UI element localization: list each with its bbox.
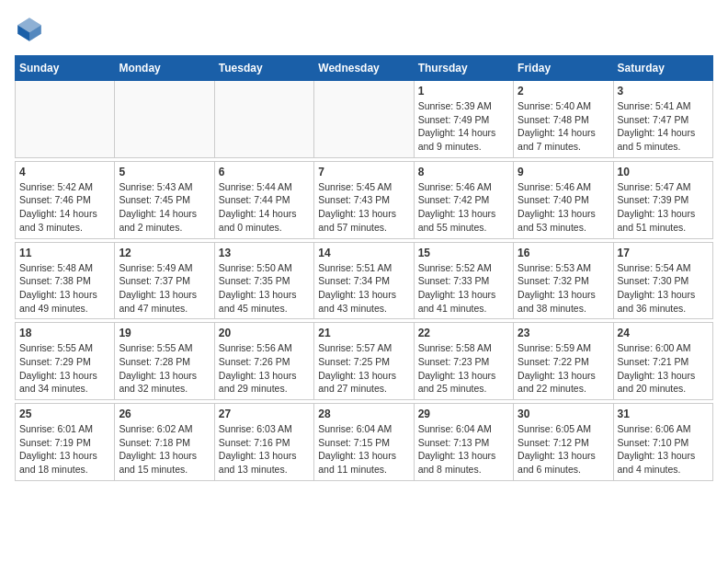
day-number: 5 xyxy=(119,166,210,178)
day-info: Sunrise: 5:55 AMSunset: 7:28 PMDaylight:… xyxy=(119,341,210,396)
calendar-cell: 15Sunrise: 5:52 AMSunset: 7:33 PMDayligh… xyxy=(414,242,513,319)
day-info: Sunrise: 5:39 AMSunset: 7:49 PMDaylight:… xyxy=(418,99,509,154)
calendar-week-row: 11Sunrise: 5:48 AMSunset: 7:38 PMDayligh… xyxy=(16,242,713,319)
calendar-cell: 20Sunrise: 5:56 AMSunset: 7:26 PMDayligh… xyxy=(214,323,313,400)
calendar-cell: 9Sunrise: 5:46 AMSunset: 7:40 PMDaylight… xyxy=(514,161,613,238)
calendar-cell: 5Sunrise: 5:43 AMSunset: 7:45 PMDaylight… xyxy=(115,161,214,238)
calendar-cell: 1Sunrise: 5:39 AMSunset: 7:49 PMDaylight… xyxy=(414,81,513,158)
day-number: 22 xyxy=(418,327,509,339)
day-info: Sunrise: 5:47 AMSunset: 7:39 PMDaylight:… xyxy=(618,180,709,235)
day-info: Sunrise: 5:56 AMSunset: 7:26 PMDaylight:… xyxy=(219,341,310,396)
calendar-cell: 23Sunrise: 5:59 AMSunset: 7:22 PMDayligh… xyxy=(514,323,613,400)
day-number: 27 xyxy=(219,408,310,420)
day-number: 9 xyxy=(518,166,609,178)
day-number: 16 xyxy=(518,247,609,259)
weekday-header: Thursday xyxy=(414,56,513,81)
day-info: Sunrise: 5:50 AMSunset: 7:35 PMDaylight:… xyxy=(219,261,310,316)
calendar-cell xyxy=(214,81,313,158)
day-info: Sunrise: 5:45 AMSunset: 7:43 PMDaylight:… xyxy=(318,180,409,235)
calendar-cell: 28Sunrise: 6:04 AMSunset: 7:15 PMDayligh… xyxy=(314,404,414,481)
calendar-cell xyxy=(115,81,214,158)
calendar-cell: 7Sunrise: 5:45 AMSunset: 7:43 PMDaylight… xyxy=(314,161,414,238)
day-info: Sunrise: 5:53 AMSunset: 7:32 PMDaylight:… xyxy=(518,261,609,316)
day-number: 24 xyxy=(618,327,709,339)
calendar-cell: 27Sunrise: 6:03 AMSunset: 7:16 PMDayligh… xyxy=(214,404,313,481)
calendar-cell: 10Sunrise: 5:47 AMSunset: 7:39 PMDayligh… xyxy=(613,161,712,238)
weekday-header: Friday xyxy=(514,56,613,81)
calendar-cell: 24Sunrise: 6:00 AMSunset: 7:21 PMDayligh… xyxy=(613,323,712,400)
calendar-cell: 2Sunrise: 5:40 AMSunset: 7:48 PMDaylight… xyxy=(514,81,613,158)
weekday-header: Sunday xyxy=(16,56,115,81)
calendar-cell: 4Sunrise: 5:42 AMSunset: 7:46 PMDaylight… xyxy=(16,161,115,238)
day-number: 15 xyxy=(418,247,509,259)
calendar-cell: 30Sunrise: 6:05 AMSunset: 7:12 PMDayligh… xyxy=(514,404,613,481)
day-number: 12 xyxy=(119,247,210,259)
day-number: 1 xyxy=(418,85,509,98)
calendar-week-row: 25Sunrise: 6:01 AMSunset: 7:19 PMDayligh… xyxy=(16,404,713,481)
day-number: 14 xyxy=(318,247,409,259)
day-number: 10 xyxy=(618,166,709,178)
day-number: 18 xyxy=(19,327,110,339)
day-info: Sunrise: 5:41 AMSunset: 7:47 PMDaylight:… xyxy=(618,99,709,154)
weekday-header: Tuesday xyxy=(214,56,313,81)
day-info: Sunrise: 5:59 AMSunset: 7:22 PMDaylight:… xyxy=(518,341,609,396)
calendar-cell xyxy=(314,81,414,158)
day-info: Sunrise: 5:46 AMSunset: 7:40 PMDaylight:… xyxy=(518,180,609,235)
day-info: Sunrise: 5:54 AMSunset: 7:30 PMDaylight:… xyxy=(618,261,709,316)
day-info: Sunrise: 6:00 AMSunset: 7:21 PMDaylight:… xyxy=(618,341,709,396)
day-info: Sunrise: 5:42 AMSunset: 7:46 PMDaylight:… xyxy=(19,180,110,235)
day-number: 20 xyxy=(219,327,310,339)
day-number: 28 xyxy=(318,408,409,420)
weekday-header: Monday xyxy=(115,56,214,81)
calendar-cell: 3Sunrise: 5:41 AMSunset: 7:47 PMDaylight… xyxy=(613,81,712,158)
day-info: Sunrise: 6:06 AMSunset: 7:10 PMDaylight:… xyxy=(618,422,709,477)
calendar-cell: 29Sunrise: 6:04 AMSunset: 7:13 PMDayligh… xyxy=(414,404,513,481)
calendar-cell: 26Sunrise: 6:02 AMSunset: 7:18 PMDayligh… xyxy=(115,404,214,481)
calendar-cell: 21Sunrise: 5:57 AMSunset: 7:25 PMDayligh… xyxy=(314,323,414,400)
logo-icon xyxy=(15,15,44,44)
calendar-week-row: 4Sunrise: 5:42 AMSunset: 7:46 PMDaylight… xyxy=(16,161,713,238)
day-number: 3 xyxy=(618,85,709,98)
day-number: 8 xyxy=(418,166,509,178)
calendar-cell: 12Sunrise: 5:49 AMSunset: 7:37 PMDayligh… xyxy=(115,242,214,319)
day-info: Sunrise: 6:03 AMSunset: 7:16 PMDaylight:… xyxy=(219,422,310,477)
day-number: 17 xyxy=(618,247,709,259)
day-number: 19 xyxy=(119,327,210,339)
day-number: 29 xyxy=(418,408,509,420)
day-number: 13 xyxy=(219,247,310,259)
day-info: Sunrise: 5:48 AMSunset: 7:38 PMDaylight:… xyxy=(19,261,110,316)
day-number: 21 xyxy=(318,327,409,339)
calendar-cell xyxy=(16,81,115,158)
calendar-cell: 25Sunrise: 6:01 AMSunset: 7:19 PMDayligh… xyxy=(16,404,115,481)
day-info: Sunrise: 5:43 AMSunset: 7:45 PMDaylight:… xyxy=(119,180,210,235)
weekday-header: Saturday xyxy=(613,56,712,81)
day-info: Sunrise: 5:44 AMSunset: 7:44 PMDaylight:… xyxy=(219,180,310,235)
day-number: 31 xyxy=(618,408,709,420)
day-number: 11 xyxy=(19,247,110,259)
day-info: Sunrise: 6:01 AMSunset: 7:19 PMDaylight:… xyxy=(19,422,110,477)
day-info: Sunrise: 6:04 AMSunset: 7:15 PMDaylight:… xyxy=(318,422,409,477)
calendar-cell: 14Sunrise: 5:51 AMSunset: 7:34 PMDayligh… xyxy=(314,242,414,319)
day-number: 23 xyxy=(518,327,609,339)
day-number: 6 xyxy=(219,166,310,178)
day-info: Sunrise: 6:04 AMSunset: 7:13 PMDaylight:… xyxy=(418,422,509,477)
page-header xyxy=(15,15,713,44)
calendar-cell: 19Sunrise: 5:55 AMSunset: 7:28 PMDayligh… xyxy=(115,323,214,400)
calendar-cell: 6Sunrise: 5:44 AMSunset: 7:44 PMDaylight… xyxy=(214,161,313,238)
calendar-cell: 8Sunrise: 5:46 AMSunset: 7:42 PMDaylight… xyxy=(414,161,513,238)
day-info: Sunrise: 5:57 AMSunset: 7:25 PMDaylight:… xyxy=(318,341,409,396)
day-info: Sunrise: 6:05 AMSunset: 7:12 PMDaylight:… xyxy=(518,422,609,477)
calendar-week-row: 1Sunrise: 5:39 AMSunset: 7:49 PMDaylight… xyxy=(16,81,713,158)
day-info: Sunrise: 5:52 AMSunset: 7:33 PMDaylight:… xyxy=(418,261,509,316)
day-number: 25 xyxy=(19,408,110,420)
weekday-header: Wednesday xyxy=(314,56,414,81)
calendar-cell: 31Sunrise: 6:06 AMSunset: 7:10 PMDayligh… xyxy=(613,404,712,481)
calendar-cell: 16Sunrise: 5:53 AMSunset: 7:32 PMDayligh… xyxy=(514,242,613,319)
day-number: 30 xyxy=(518,408,609,420)
day-number: 26 xyxy=(119,408,210,420)
day-info: Sunrise: 5:49 AMSunset: 7:37 PMDaylight:… xyxy=(119,261,210,316)
day-info: Sunrise: 5:55 AMSunset: 7:29 PMDaylight:… xyxy=(19,341,110,396)
day-info: Sunrise: 5:51 AMSunset: 7:34 PMDaylight:… xyxy=(318,261,409,316)
calendar-cell: 11Sunrise: 5:48 AMSunset: 7:38 PMDayligh… xyxy=(16,242,115,319)
calendar-cell: 22Sunrise: 5:58 AMSunset: 7:23 PMDayligh… xyxy=(414,323,513,400)
